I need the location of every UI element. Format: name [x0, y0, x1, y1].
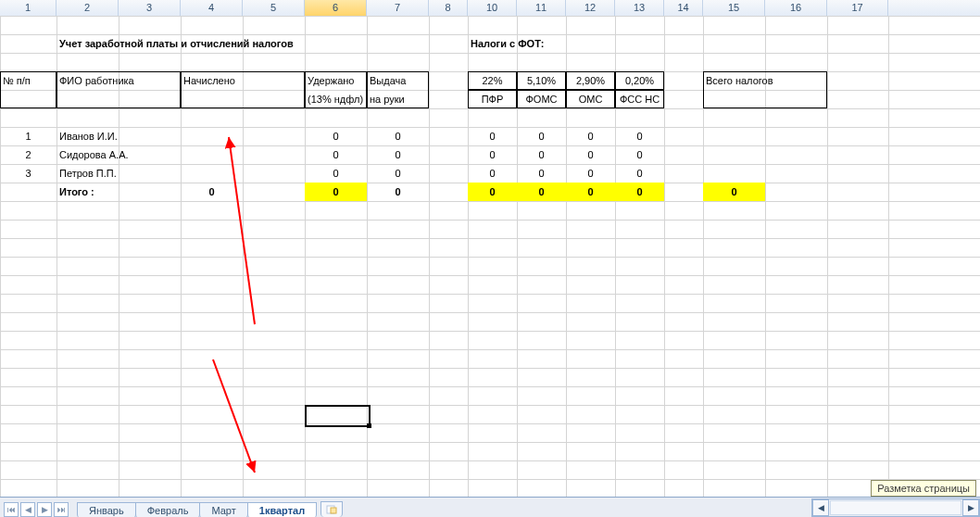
row-tax: 0: [566, 127, 615, 145]
col-header-5[interactable]: 5: [243, 0, 305, 16]
row-vyd: 0: [367, 127, 429, 145]
active-cell-cursor[interactable]: [305, 405, 371, 427]
row-num: 3: [0, 164, 57, 183]
cell-grid[interactable]: Учет заработной платы и отчислений налог…: [0, 16, 980, 498]
scroll-right-icon[interactable]: ▶: [962, 499, 979, 516]
hdr-vyd: Выдача: [367, 71, 429, 90]
totals-ud: 0: [305, 183, 367, 201]
new-sheet-icon: [326, 505, 337, 514]
hdr-np: № п/п: [0, 71, 57, 90]
row-tax: 0: [615, 145, 664, 164]
hdr-nach: Начислено: [181, 71, 305, 90]
row-tax: 0: [468, 127, 517, 145]
tooltip: Разметка страницы: [871, 480, 976, 497]
hdr-ud: Удержано: [305, 71, 367, 90]
row-tax: 0: [468, 145, 517, 164]
row-num: 1: [0, 127, 57, 145]
col-header-1[interactable]: 1: [0, 0, 57, 16]
hdr-pct-3: 0,20%: [615, 71, 664, 90]
hdr-vyd2: на руки: [367, 90, 429, 108]
col-header-2[interactable]: 2: [57, 0, 119, 16]
totals-tax: 0: [517, 183, 566, 201]
hdr-fund-1: ФОМС: [517, 90, 566, 108]
hdr-ud2: (13% ндфл): [305, 90, 367, 108]
col-header-14[interactable]: 14: [664, 0, 703, 16]
row-tax: 0: [468, 164, 517, 183]
col-header-4[interactable]: 4: [181, 0, 243, 16]
hdr-pct-1: 5,10%: [517, 71, 566, 90]
horizontal-scrollbar[interactable]: ◀ ▶: [811, 498, 980, 517]
row-tax: 0: [566, 164, 615, 183]
hdr-total: Всего налогов: [703, 71, 827, 90]
fill-handle[interactable]: [367, 423, 371, 428]
col-header-13[interactable]: 13: [615, 0, 664, 16]
col-header-3[interactable]: 3: [119, 0, 181, 16]
hdr-fund-2: ОМС: [566, 90, 615, 108]
sheet-tab-Март[interactable]: Март: [199, 502, 247, 517]
row-num: 2: [0, 145, 57, 164]
title-taxes: Налоги с ФОТ:: [468, 34, 664, 53]
scroll-left-icon[interactable]: ◀: [812, 499, 829, 516]
column-headers[interactable]: 123456781011121314151617: [0, 0, 980, 17]
row-tax: 0: [517, 164, 566, 183]
row-tax: 0: [615, 164, 664, 183]
col-header-17[interactable]: 17: [827, 0, 888, 16]
col-header-6[interactable]: 6: [305, 0, 367, 16]
col-header-10[interactable]: 10: [468, 0, 517, 16]
row-tax: 0: [517, 145, 566, 164]
totals-tax: 0: [566, 183, 615, 201]
totals-all: 0: [703, 183, 765, 201]
totals-tax: 0: [615, 183, 664, 201]
row-tax: 0: [517, 127, 566, 145]
row-tax: 0: [615, 127, 664, 145]
totals-tax: 0: [468, 183, 517, 201]
tab-nav-buttons: ⏮ ◀ ▶ ⏭: [0, 502, 72, 517]
totals-nach: 0: [181, 183, 243, 201]
scroll-track[interactable]: [830, 500, 961, 515]
row-ud: 0: [305, 127, 367, 145]
row-fio: Иванов И.И.: [57, 127, 181, 145]
row-ud: 0: [305, 145, 367, 164]
sheet-tab-Январь[interactable]: Январь: [77, 502, 136, 517]
row-ud: 0: [305, 164, 367, 183]
sheet-tab-Февраль[interactable]: Февраль: [135, 502, 201, 517]
row-tax: 0: [566, 145, 615, 164]
row-fio: Петров П.П.: [57, 164, 181, 183]
hdr-pct-0: 22%: [468, 71, 517, 90]
hdr-fund-0: ПФР: [468, 90, 517, 108]
col-header-12[interactable]: 12: [566, 0, 615, 16]
hdr-fund-3: ФСС НС: [615, 90, 664, 108]
spreadsheet-viewport: 123456781011121314151617 Учет заработной…: [0, 0, 980, 517]
row-fio: Сидорова А.А.: [57, 145, 181, 164]
tab-prev-icon[interactable]: ◀: [20, 502, 35, 517]
col-header-7[interactable]: 7: [367, 0, 429, 16]
row-vyd: 0: [367, 164, 429, 183]
new-sheet-button[interactable]: [320, 501, 343, 517]
col-header-8[interactable]: 8: [429, 0, 468, 16]
tab-first-icon[interactable]: ⏮: [4, 502, 19, 517]
hdr-pct-2: 2,90%: [566, 71, 615, 90]
tab-last-icon[interactable]: ⏭: [54, 502, 69, 517]
svg-rect-3: [331, 508, 336, 513]
col-header-16[interactable]: 16: [765, 0, 827, 16]
totals-vyd: 0: [367, 183, 429, 201]
title-payroll: Учет заработной платы и отчислений налог…: [57, 34, 429, 53]
sheet-tab-1квартал[interactable]: 1квартал: [247, 502, 317, 517]
col-header-11[interactable]: 11: [517, 0, 566, 16]
totals-label: Итого :: [57, 183, 181, 201]
hdr-fio: ФИО работника: [57, 71, 181, 90]
col-header-15[interactable]: 15: [703, 0, 765, 16]
row-vyd: 0: [367, 145, 429, 164]
tab-next-icon[interactable]: ▶: [37, 502, 52, 517]
sheet-tab-bar: ⏮ ◀ ▶ ⏭ ЯнварьФевральМарт1квартал ◀ ▶: [0, 497, 980, 517]
